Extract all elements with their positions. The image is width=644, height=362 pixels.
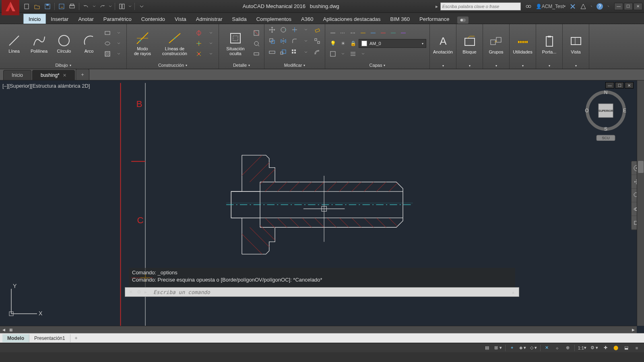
tab-salida[interactable]: Salida bbox=[227, 14, 252, 24]
panel-title-dibujo[interactable]: Dibujo▾ bbox=[2, 62, 124, 69]
annotation-button[interactable]: AAnotación bbox=[431, 28, 455, 60]
status-polar-icon[interactable]: ⊕ bbox=[563, 344, 573, 352]
status-dyn-icon[interactable]: ⟐ bbox=[553, 344, 562, 352]
cl-dd1-icon[interactable] bbox=[206, 28, 216, 38]
maximize-button[interactable]: ☐ bbox=[624, 3, 633, 10]
status-snap-icon[interactable]: ⌖ bbox=[507, 344, 517, 352]
layer-sun-icon[interactable]: ☀ bbox=[339, 39, 347, 48]
cl-tool1-icon[interactable] bbox=[194, 28, 204, 38]
help-dropdown-icon[interactable] bbox=[606, 2, 610, 11]
layer-bulb-icon[interactable]: 💡 bbox=[328, 39, 337, 48]
user-button[interactable]: 👤 ACM_Test ▾ bbox=[535, 2, 567, 11]
status-customize-icon[interactable]: ≡ bbox=[632, 344, 642, 352]
status-model-icon[interactable]: ▤ bbox=[482, 344, 492, 352]
fillet-icon[interactable] bbox=[289, 36, 300, 46]
status-scale[interactable]: 1:1 ▾ bbox=[576, 344, 588, 352]
minimize-button[interactable]: — bbox=[614, 3, 623, 10]
layer-lock-icon[interactable]: 🔒 bbox=[349, 39, 357, 48]
panel-dd-utilidades[interactable]: ▾ bbox=[512, 63, 533, 69]
ellipse-icon[interactable] bbox=[102, 39, 113, 48]
tab-vista[interactable]: Vista bbox=[170, 14, 191, 24]
qat-customize-icon[interactable] bbox=[137, 2, 147, 11]
app-logo[interactable] bbox=[2, 0, 19, 15]
cl-dd2-icon[interactable] bbox=[206, 39, 216, 48]
panel-title-construccion[interactable]: Construcción▾ bbox=[129, 62, 216, 69]
layer-line7-icon[interactable] bbox=[389, 29, 398, 37]
open-icon[interactable] bbox=[32, 2, 42, 11]
detail-tool2-icon[interactable] bbox=[251, 39, 262, 48]
cl-tool2-icon[interactable] bbox=[194, 39, 204, 48]
layer-select[interactable]: AM_0▾ bbox=[359, 39, 426, 48]
tab-bim360[interactable]: BIM 360 bbox=[386, 14, 415, 24]
scroll-layout-icon[interactable]: ▦ bbox=[7, 326, 14, 333]
panel-title-detalle[interactable]: Detalle▾ bbox=[221, 62, 262, 69]
detail-tool3-icon[interactable] bbox=[251, 49, 262, 59]
panel-dd-porta[interactable]: ▾ bbox=[539, 63, 560, 69]
mod-dd3-icon[interactable] bbox=[301, 47, 311, 57]
status-gear-icon[interactable]: ⚙ ▾ bbox=[589, 344, 600, 352]
tab-parametrico[interactable]: Paramétrico bbox=[99, 14, 136, 24]
tab-insertar[interactable]: Insertar bbox=[46, 14, 73, 24]
tab-modelo[interactable]: Modelo bbox=[2, 334, 29, 342]
arc-button[interactable]: Arco bbox=[77, 27, 101, 60]
app-switch-icon[interactable] bbox=[457, 16, 469, 24]
tab-aplicaciones[interactable]: Aplicaciones destacadas bbox=[318, 14, 385, 24]
status-ortho-icon[interactable]: ◇ ▾ bbox=[528, 344, 539, 352]
panel-title-modificar[interactable]: Modificar▾ bbox=[267, 62, 322, 69]
panel-title-capas[interactable]: Capas▾ bbox=[328, 62, 427, 69]
polyline-button[interactable]: Polilínea bbox=[27, 27, 51, 60]
layer-color-icon[interactable] bbox=[328, 49, 337, 58]
redo-icon[interactable] bbox=[97, 2, 107, 11]
ellipse-dropdown-icon[interactable] bbox=[114, 39, 124, 48]
detail-tool1-icon[interactable] bbox=[251, 28, 262, 38]
search-input[interactable] bbox=[440, 2, 521, 10]
mod-dd1-icon[interactable] bbox=[301, 25, 311, 35]
tab-presentacion1[interactable]: Presentación1 bbox=[29, 334, 70, 342]
save-icon[interactable] bbox=[43, 2, 52, 11]
panel-dd-grupos[interactable]: ▾ bbox=[485, 63, 507, 69]
status-cloud-icon[interactable]: ⬤ bbox=[611, 344, 621, 352]
trim-icon[interactable] bbox=[289, 25, 300, 35]
layer-props-dd-icon[interactable] bbox=[359, 49, 367, 58]
plot-icon[interactable] bbox=[67, 2, 77, 11]
scale-icon[interactable] bbox=[278, 47, 289, 57]
array-icon[interactable] bbox=[289, 47, 300, 57]
layer-line5-icon[interactable] bbox=[369, 29, 378, 37]
layer-line1-icon[interactable] bbox=[328, 29, 337, 37]
layer-line2-icon[interactable] bbox=[339, 29, 347, 37]
help-icon[interactable]: ? bbox=[595, 2, 605, 11]
tab-inicio[interactable]: Inicio bbox=[23, 14, 46, 24]
search-arrow-icon[interactable]: ▸ bbox=[436, 4, 438, 9]
status-isoplane-icon[interactable]: ✕ bbox=[542, 344, 552, 352]
groups-button[interactable]: Grupos bbox=[485, 28, 508, 60]
add-layout-button[interactable]: ＋ bbox=[70, 333, 82, 343]
status-add-icon[interactable]: ✚ bbox=[601, 344, 610, 352]
command-input[interactable] bbox=[151, 289, 509, 295]
erase-icon[interactable] bbox=[312, 25, 322, 35]
rotate-icon[interactable] bbox=[278, 25, 289, 35]
command-line[interactable]: ✕ ⚙ ▸_ ▴ bbox=[125, 287, 519, 297]
hatch-icon[interactable] bbox=[102, 49, 113, 59]
layer-line4-icon[interactable] bbox=[359, 29, 367, 37]
saveas-icon[interactable] bbox=[57, 2, 66, 11]
file-tab-doc[interactable]: bushing*✕ bbox=[32, 70, 75, 80]
tab-complementos[interactable]: Complementos bbox=[252, 14, 296, 24]
construction-lines-button[interactable]: Líneas de construcción bbox=[157, 27, 192, 60]
mod-dd2-icon[interactable] bbox=[301, 36, 311, 46]
tab-anotar[interactable]: Anotar bbox=[73, 14, 98, 24]
undo-dropdown-icon[interactable] bbox=[92, 2, 97, 11]
cl-tool3-icon[interactable] bbox=[194, 49, 204, 59]
status-units-icon[interactable]: ⬓ bbox=[621, 344, 631, 352]
layer-dd-icon[interactable] bbox=[339, 49, 347, 58]
tab-performance[interactable]: Performance bbox=[415, 14, 454, 24]
mirror-icon[interactable] bbox=[278, 36, 289, 46]
rectangle-icon[interactable] bbox=[102, 28, 113, 38]
connectivity-icon[interactable] bbox=[524, 2, 533, 11]
hatch-dropdown-icon[interactable] bbox=[114, 49, 124, 59]
panel-dd-bloque[interactable]: ▾ bbox=[459, 63, 480, 69]
utilities-button[interactable]: Utilidades bbox=[511, 28, 535, 60]
layer-line8-icon[interactable] bbox=[399, 29, 408, 37]
cmd-history-icon[interactable]: ▴ bbox=[509, 288, 517, 296]
scroll-left-icon[interactable]: ◀ bbox=[0, 326, 7, 333]
line-button[interactable]: Línea bbox=[2, 27, 26, 60]
